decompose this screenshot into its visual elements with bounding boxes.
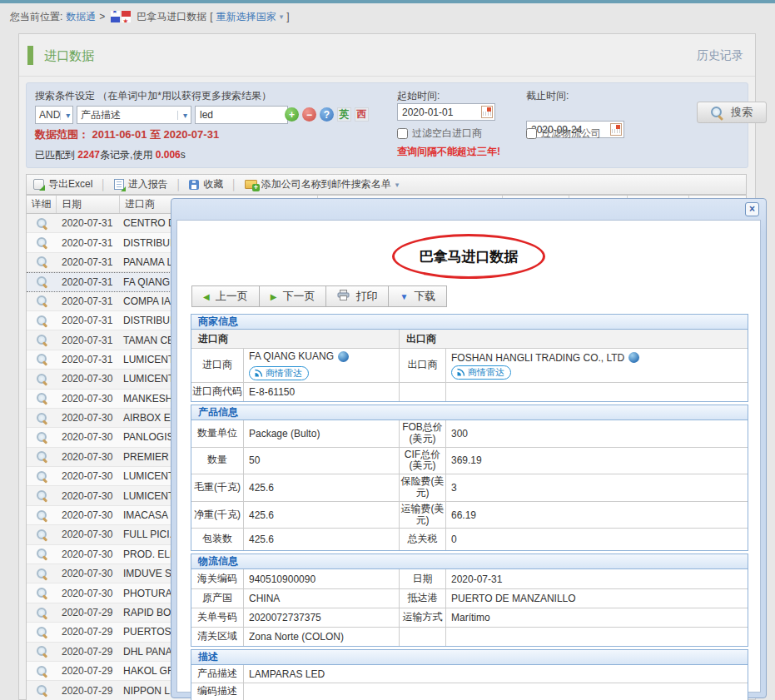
history-link[interactable]: 历史记录 (697, 48, 743, 63)
detail-table-row: 产品描述LAMPARAS LED (191, 665, 748, 683)
keyword-input[interactable] (195, 106, 288, 124)
magnifier-icon[interactable] (37, 413, 47, 424)
favorite-button[interactable]: 收藏 (189, 177, 223, 191)
add-to-mail-list-button[interactable]: 添加公司名称到邮件搜索名单 ▾ (245, 177, 400, 191)
row-date: 2020-07-31 (57, 335, 120, 346)
checkbox[interactable] (526, 128, 537, 139)
magnifier-icon[interactable] (37, 490, 47, 501)
row-importer: NIPPON L... (120, 685, 178, 697)
magnifier-icon[interactable] (37, 295, 47, 306)
detail-cell (27, 218, 57, 229)
business-radar-link[interactable]: 商情雷达 (451, 365, 511, 380)
export-excel-button[interactable]: 导出Excel (33, 177, 92, 191)
help-icon[interactable]: ? (320, 107, 334, 122)
search-title: 搜索条件设定 （在单词中加*用以获得更多搜索结果） (35, 89, 271, 103)
magnifier-icon[interactable] (37, 237, 47, 248)
magnifier-icon[interactable] (37, 608, 47, 618)
next-page-button[interactable]: ▶ 下一页 (259, 285, 327, 307)
spanish-toggle[interactable]: 西 (355, 107, 369, 122)
search-button[interactable]: 搜索 (697, 102, 767, 123)
detail-cell (27, 354, 57, 365)
filter-logistics-checkbox[interactable]: 过滤物流公司 (526, 127, 601, 141)
field-label: 清关区域 (191, 628, 243, 646)
importer-name: FA QIANG KUANG (249, 350, 334, 362)
field-value (445, 383, 748, 401)
field-value: 940510900090 (243, 569, 399, 588)
close-icon[interactable]: × (745, 202, 759, 216)
field-label: CIF总价(美元) (399, 448, 445, 474)
magnifier-icon[interactable] (37, 549, 47, 559)
row-importer: FULL PICI... (120, 529, 178, 540)
globe-icon[interactable] (338, 351, 349, 362)
detail-table-row: 关单号码2020072737375运输方式Marítimo (191, 608, 748, 627)
business-radar-link[interactable]: 商情雷达 (249, 366, 309, 380)
end-date-label: 截止时间: (526, 89, 569, 103)
toolbar-divider: │ (176, 179, 182, 191)
magnifier-icon[interactable] (37, 218, 47, 229)
magnifier-icon[interactable] (37, 685, 47, 696)
section-header: 描述 (191, 649, 748, 665)
chevron-down-icon: ▾ (395, 181, 400, 189)
breadcrumb-prefix: 您当前位置: (10, 10, 62, 24)
magnifier-icon[interactable] (37, 451, 47, 462)
detail-cell (27, 646, 57, 657)
search-field-select[interactable]: 产品描述▾ (77, 106, 191, 124)
globe-icon[interactable] (628, 352, 639, 363)
remove-condition-icon[interactable]: − (302, 107, 316, 122)
green-accent-bar (27, 46, 33, 65)
print-button[interactable]: 打印 (325, 285, 389, 307)
detail-cell (27, 608, 57, 618)
detail-cell (27, 549, 57, 559)
row-date: 2020-07-31 (57, 256, 120, 268)
magnifier-icon[interactable] (37, 374, 47, 385)
field-label: 总关税 (399, 529, 445, 550)
section-header: 产品信息 (191, 405, 748, 420)
magnifier-icon[interactable] (37, 627, 47, 638)
field-label: 数量 (191, 448, 243, 474)
magnifier-icon[interactable] (37, 666, 47, 677)
exporter-column-header: 出口商 (399, 330, 748, 348)
magnifier-icon[interactable] (37, 588, 47, 598)
reselect-country-link[interactable]: 重新选择国家 (216, 10, 276, 24)
calendar-icon[interactable] (610, 123, 622, 136)
add-condition-icon[interactable]: + (285, 107, 299, 122)
magnifier-icon[interactable] (37, 393, 47, 404)
arrow-down-icon: ▼ (400, 292, 408, 301)
chevron-down-icon[interactable]: ▾ (280, 12, 284, 21)
detail-cell (27, 588, 57, 598)
prev-page-button[interactable]: ◀ 上一页 (191, 285, 260, 307)
filter-blank-importer-checkbox[interactable]: 过滤空白进口商 (397, 127, 482, 141)
magnifier-icon[interactable] (37, 510, 47, 521)
start-date-input[interactable]: 2020-01-01 (397, 103, 495, 121)
magnifier-icon[interactable] (37, 256, 47, 267)
bool-operator-select[interactable]: AND▾ (35, 106, 73, 124)
column-header-date[interactable]: 日期 (57, 196, 120, 213)
checkbox[interactable] (397, 128, 408, 139)
detail-table-row: 海关编码940510900090日期2020-07-31 (191, 569, 748, 588)
breadcrumb-home-link[interactable]: 数据通 (66, 10, 96, 24)
section-description: 描述 产品描述LAMPARAS LED编码描述 (191, 649, 748, 700)
magnifier-icon[interactable] (37, 529, 47, 540)
download-button[interactable]: ▼ 下载 (388, 285, 447, 307)
detail-table-row: 数量50CIF总价(美元)369.19 (191, 447, 748, 474)
magnifier-icon[interactable] (37, 335, 47, 345)
magnifier-icon[interactable] (37, 432, 47, 443)
row-date: 2020-07-31 (57, 237, 120, 249)
field-value: 425.6 (243, 529, 399, 550)
magnifier-icon[interactable] (37, 471, 47, 482)
field-value (243, 683, 748, 700)
magnifier-icon[interactable] (37, 315, 47, 326)
magnifier-icon[interactable] (37, 354, 47, 365)
modal-content: 巴拿马进口数据 ◀ 上一页 ▶ 下一页 打印 ▼ 下载 商家信息 (176, 220, 761, 693)
exporter-name: FOSHAN HANGLI TRADING CO., LTD (451, 352, 624, 364)
english-toggle[interactable]: 英 (337, 107, 351, 122)
match-result-text: 已匹配到 2247条记录,使用 0.006s (35, 148, 186, 162)
field-value: CHINA (243, 589, 399, 608)
magnifier-icon[interactable] (37, 568, 47, 579)
enter-report-button[interactable]: 进入报告 (114, 177, 168, 191)
column-header-detail[interactable]: 详细 (27, 196, 57, 213)
row-date: 2020-07-29 (57, 626, 120, 638)
magnifier-icon[interactable] (37, 276, 47, 287)
calendar-icon[interactable] (481, 106, 493, 118)
magnifier-icon[interactable] (37, 646, 47, 657)
